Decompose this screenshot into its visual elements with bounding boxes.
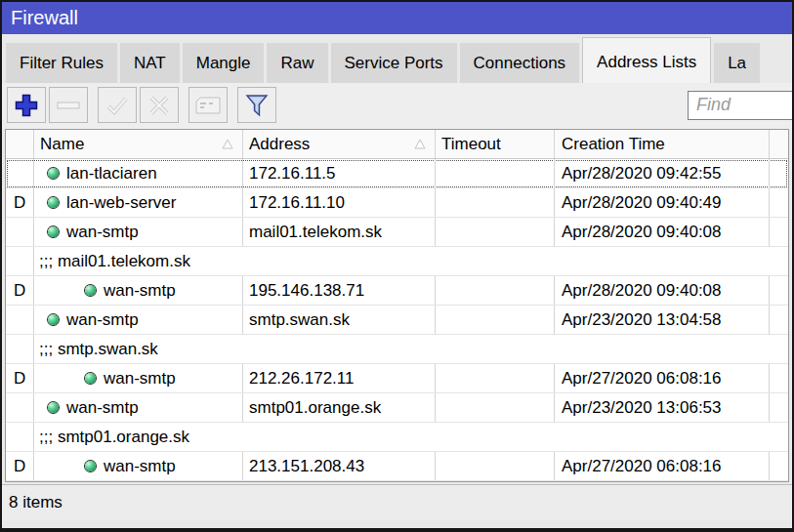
tab-address-lists[interactable]: Address Lists — [582, 37, 711, 83]
name-cell: wan-smtp — [34, 218, 243, 246]
timeout-cell — [436, 364, 555, 392]
filler-cell — [770, 188, 788, 217]
address-item-icon — [85, 461, 96, 471]
creation-time-column-header[interactable]: Creation Time — [555, 130, 770, 158]
address-list-row[interactable]: Dwan-smtp195.146.138.71Apr/28/2020 09:40… — [6, 276, 788, 306]
address-cell: mail01.telekom.sk — [243, 218, 436, 246]
tab-nat[interactable]: NAT — [120, 43, 180, 83]
timeout-cell — [436, 218, 555, 246]
timeout-cell — [436, 306, 555, 334]
name-cell: lan-tlaciaren — [34, 159, 243, 187]
dynamic-flag-cell: D — [6, 276, 34, 305]
timeout-cell — [436, 393, 555, 422]
status-bar: 8 items — [2, 484, 792, 520]
enable-button[interactable] — [98, 87, 137, 123]
tab-la[interactable]: La — [714, 43, 760, 83]
address-item-icon — [48, 314, 59, 325]
creation-time-cell: Apr/23/2020 13:06:53 — [555, 393, 770, 422]
address-list-row[interactable]: wan-smtpsmtp01.orange.skApr/23/2020 13:0… — [6, 393, 788, 423]
window-title[interactable]: Firewall — [2, 2, 792, 34]
address-list-table: Name Address Timeout Creation Time lan-t… — [5, 129, 789, 482]
address-list-row[interactable]: Dwan-smtp213.151.208.43Apr/27/2020 06:08… — [6, 452, 788, 481]
dynamic-flag-cell — [6, 306, 34, 334]
name-cell: wan-smtp — [34, 452, 243, 480]
flags-column-header[interactable] — [6, 130, 34, 158]
timeout-column-header[interactable]: Timeout — [436, 130, 555, 158]
dynamic-flag-cell — [6, 393, 34, 422]
comment-row[interactable]: ;;; smtp01.orange.sk — [6, 423, 788, 452]
address-item-icon — [48, 402, 59, 413]
flag-cell — [6, 247, 34, 275]
firewall-window: Firewall Filter RulesNATMangleRawService… — [0, 0, 794, 532]
address-list-row[interactable]: wan-smtpsmtp.swan.skApr/23/2020 13:04:58 — [6, 306, 788, 335]
item-count: 8 items — [9, 493, 63, 512]
filler-column-header — [770, 130, 788, 158]
dynamic-flag-cell: D — [6, 188, 34, 217]
check-icon — [105, 95, 129, 116]
dynamic-flag-cell — [6, 218, 34, 246]
add-button[interactable] — [7, 87, 46, 123]
name-cell: wan-smtp — [34, 306, 243, 334]
disable-button[interactable] — [140, 87, 179, 123]
dynamic-flag-cell — [6, 159, 34, 187]
tab-strip: Filter RulesNATMangleRawService PortsCon… — [2, 34, 792, 83]
creation-time-cell: Apr/27/2020 06:08:16 — [555, 452, 770, 480]
creation-time-cell: Apr/28/2020 09:42:55 — [555, 159, 770, 187]
timeout-cell — [436, 188, 555, 217]
flag-cell — [6, 335, 34, 363]
address-cell: smtp.swan.sk — [243, 306, 436, 334]
comment-row[interactable]: ;;; mail01.telekom.sk — [6, 247, 788, 276]
address-list-row[interactable]: wan-smtpmail01.telekom.skApr/28/2020 09:… — [6, 218, 788, 247]
address-item-icon — [48, 168, 59, 179]
dynamic-flag-cell: D — [6, 452, 34, 480]
tab-connections[interactable]: Connections — [460, 43, 580, 83]
name-cell: wan-smtp — [34, 393, 243, 422]
address-list-row[interactable]: lan-tlaciaren172.16.11.5Apr/28/2020 09:4… — [6, 159, 788, 188]
list-name: wan-smtp — [66, 218, 139, 246]
list-name: wan-smtp — [104, 452, 176, 480]
name-column-header[interactable]: Name — [34, 130, 243, 158]
filler-cell — [770, 364, 788, 392]
name-cell: wan-smtp — [34, 364, 243, 392]
name-cell: wan-smtp — [34, 276, 243, 305]
address-cell: 195.146.138.71 — [243, 276, 436, 305]
creation-time-cell: Apr/27/2020 06:08:16 — [555, 364, 770, 392]
address-item-icon — [85, 285, 96, 296]
tab-service-ports[interactable]: Service Ports — [331, 43, 457, 83]
comment-button[interactable] — [188, 87, 228, 123]
address-column-header[interactable]: Address — [243, 130, 436, 158]
tab-filter-rules[interactable]: Filter Rules — [6, 43, 117, 83]
comment-row[interactable]: ;;; smtp.swan.sk — [6, 335, 788, 364]
address-item-icon — [48, 226, 59, 237]
creation-time-cell: Apr/28/2020 09:40:49 — [555, 188, 770, 217]
table-header-row: Name Address Timeout Creation Time — [6, 130, 788, 159]
filter-button[interactable] — [237, 87, 276, 123]
address-cell: 212.26.172.11 — [243, 364, 436, 392]
comment-text: ;;; smtp01.orange.sk — [34, 423, 788, 451]
flag-cell — [6, 423, 34, 451]
tab-mangle[interactable]: Mangle — [183, 43, 265, 83]
filler-cell — [770, 452, 788, 480]
minus-icon — [57, 101, 80, 110]
filler-cell — [770, 218, 788, 246]
address-item-icon — [85, 373, 96, 384]
table-body: lan-tlaciaren172.16.11.5Apr/28/2020 09:4… — [6, 159, 788, 481]
address-cell: 172.16.11.10 — [243, 188, 436, 217]
timeout-cell — [436, 159, 555, 187]
address-cell: 172.16.11.5 — [243, 159, 436, 187]
timeout-cell — [436, 452, 555, 480]
filler-cell — [770, 306, 788, 334]
tab-raw[interactable]: Raw — [267, 43, 327, 83]
address-list-row[interactable]: Dwan-smtp212.26.172.11Apr/27/2020 06:08:… — [6, 364, 788, 393]
comment-icon — [195, 97, 221, 114]
dynamic-flag-cell: D — [6, 364, 34, 392]
remove-button[interactable] — [49, 87, 88, 123]
address-cell: smtp01.orange.sk — [243, 393, 436, 422]
name-cell: lan-web-server — [34, 188, 243, 217]
list-name: wan-smtp — [66, 306, 139, 334]
address-list-row[interactable]: Dlan-web-server172.16.11.10Apr/28/2020 0… — [6, 188, 788, 218]
list-name: wan-smtp — [104, 276, 176, 305]
list-name: lan-tlaciaren — [66, 159, 157, 187]
find-input[interactable] — [688, 91, 794, 120]
comment-text: ;;; smtp.swan.sk — [34, 335, 788, 363]
